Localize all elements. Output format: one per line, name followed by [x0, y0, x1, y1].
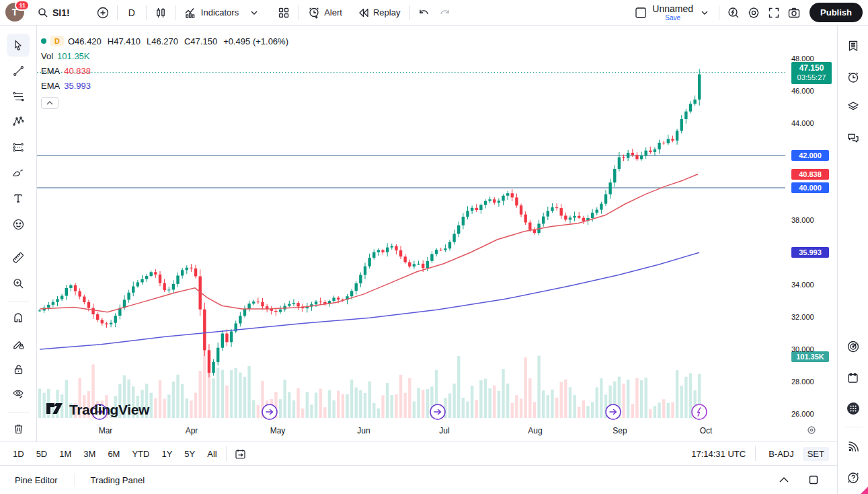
indicator-templates-chevron[interactable] [244, 3, 264, 23]
range-button-5y[interactable]: 5Y [180, 446, 200, 462]
layout-name[interactable]: Unnamed [652, 4, 693, 13]
market-status-dot [41, 38, 46, 44]
interval-badge[interactable]: D [50, 36, 64, 46]
range-button-6m[interactable]: 6M [103, 446, 124, 462]
magnet-mode-button[interactable] [7, 306, 30, 329]
right-sidebar [837, 26, 868, 494]
apps-grid-icon[interactable] [842, 397, 865, 420]
symbol-search-button[interactable]: SI1! [32, 3, 75, 23]
publish-button[interactable]: Publish [810, 3, 863, 22]
divider [146, 5, 147, 20]
xabcd-pattern-tool-button[interactable] [7, 110, 30, 133]
go-to-date-icon[interactable] [231, 444, 251, 464]
ema-slow-legend-row[interactable]: EMA 35.993 [41, 78, 288, 93]
range-button-all[interactable]: All [202, 446, 221, 462]
sidebar-divider [844, 427, 863, 427]
text-tool-button[interactable] [7, 186, 30, 209]
ema-fast-price-badge: 40.838 [791, 169, 829, 180]
user-menu-button[interactable]: T 11 [5, 3, 26, 23]
price-axis[interactable]: 47.150 03:55:27 42.000 40.000 40.838 35.… [785, 26, 837, 442]
date-range-buttons: 1D5D1M3M6MYTD1Y5YAll [8, 446, 222, 462]
session-toggle[interactable]: SET [803, 447, 829, 461]
streams-signal-icon[interactable] [842, 435, 865, 458]
corner-notification-flag[interactable] [861, 487, 868, 494]
time-tick-month: Mar [99, 426, 113, 435]
add-symbol-button[interactable] [93, 3, 113, 23]
time-tick-month: Jul [439, 426, 449, 435]
remove-drawings-trash-button[interactable] [7, 417, 30, 440]
replay-button[interactable]: Replay [353, 3, 405, 23]
watchlist-icon[interactable] [842, 34, 865, 57]
economic-calendar-icon[interactable] [842, 366, 865, 389]
time-axis[interactable]: MarAprMayJunJulAugSepOct [37, 423, 785, 442]
measure-ruler-tool-button[interactable] [7, 246, 30, 269]
pine-editor-button[interactable]: Pine Editor [8, 471, 65, 489]
tradingview-logo-text: TradingView [69, 402, 149, 418]
alert-button[interactable]: Alert [303, 3, 348, 23]
layout-name-block[interactable]: Unnamed Save [652, 4, 693, 22]
ema-fast-legend-row[interactable]: EMA 40.838 [41, 63, 288, 78]
chart-plot-area[interactable]: D O46.420 H47.410 L46.270 C47.150 +0.495… [37, 26, 785, 423]
panel-collapse-chevron-up-icon[interactable] [774, 470, 794, 490]
range-button-ytd[interactable]: YTD [127, 446, 154, 462]
range-button-5d[interactable]: 5D [32, 446, 52, 462]
close-value: C47.150 [184, 36, 217, 46]
layout-icon[interactable] [631, 3, 651, 23]
help-sparkle-icon[interactable] [842, 466, 865, 489]
hide-all-drawings-button[interactable] [7, 382, 30, 405]
axis-settings-gear-icon[interactable] [807, 425, 816, 437]
clock-utc[interactable]: 17:14:31 UTC [691, 449, 746, 459]
status-bar: Pine Editor Trading Panel [0, 465, 837, 494]
divider [298, 5, 299, 20]
zoom-in-tool-button[interactable] [7, 272, 30, 295]
range-button-3m[interactable]: 3M [79, 446, 100, 462]
range-button-1m[interactable]: 1M [54, 446, 76, 462]
save-layout-link[interactable]: Save [665, 15, 680, 22]
quick-search-icon[interactable] [723, 3, 744, 23]
interval-button[interactable]: D [122, 3, 142, 23]
panel-maximize-icon[interactable] [803, 470, 824, 490]
fullscreen-icon[interactable] [764, 3, 784, 23]
volume-legend-row[interactable]: Vol 101.35K [41, 48, 288, 63]
top-toolbar: T 11 SI1! D Indicators [0, 0, 868, 26]
lock-all-drawings-button[interactable] [7, 358, 30, 381]
undo-button[interactable] [414, 3, 434, 23]
trading-panel-button[interactable]: Trading Panel [84, 471, 151, 489]
stay-in-drawing-mode-button[interactable] [7, 332, 30, 355]
indicators-button[interactable]: Indicators [180, 3, 244, 23]
time-tick-month: Aug [528, 426, 542, 435]
volume-value: 101.35K [57, 51, 89, 61]
time-tick-month: Sep [613, 426, 627, 435]
chat-icon[interactable] [842, 127, 865, 149]
legend-collapse-button[interactable] [41, 97, 58, 109]
cursor-tool-button[interactable] [7, 34, 30, 57]
tradingview-watermark[interactable]: TradingView [45, 401, 149, 419]
divider [117, 5, 118, 20]
price-tick: 26.000 [791, 410, 814, 418]
redo-button[interactable] [434, 3, 455, 23]
settings-gear-icon[interactable] [744, 3, 764, 23]
camera-screenshot-icon[interactable] [784, 3, 804, 23]
chart-style-button[interactable] [151, 3, 171, 23]
brush-tool-button[interactable] [7, 162, 30, 184]
left-drawing-toolbar [0, 26, 37, 442]
indicators-label: Indicators [201, 7, 239, 17]
object-tree-layers-icon[interactable] [842, 95, 865, 118]
projection-tool-button[interactable] [7, 136, 30, 159]
divider [409, 5, 410, 20]
range-button-1d[interactable]: 1D [8, 446, 29, 462]
price-tick: 48.000 [791, 55, 814, 63]
trend-line-tool-button[interactable] [7, 59, 30, 82]
fib-retracement-tool-button[interactable] [7, 85, 30, 108]
adjustment-toggle[interactable]: B-ADJ [765, 447, 797, 461]
alerts-clock-icon[interactable] [842, 66, 865, 89]
legend-main-row[interactable]: D O46.420 H47.410 L46.270 C47.150 +0.495… [41, 34, 288, 48]
symbol-name: SI1! [52, 7, 70, 18]
emoji-tool-button[interactable] [7, 213, 30, 236]
multichart-layout-icon[interactable] [274, 3, 294, 23]
layout-chevron-down-icon[interactable] [695, 3, 715, 23]
stock-screener-radar-icon[interactable] [842, 335, 865, 358]
high-value: H47.410 [108, 36, 141, 46]
notification-badge: 11 [15, 0, 30, 11]
range-button-1y[interactable]: 1Y [157, 446, 177, 462]
